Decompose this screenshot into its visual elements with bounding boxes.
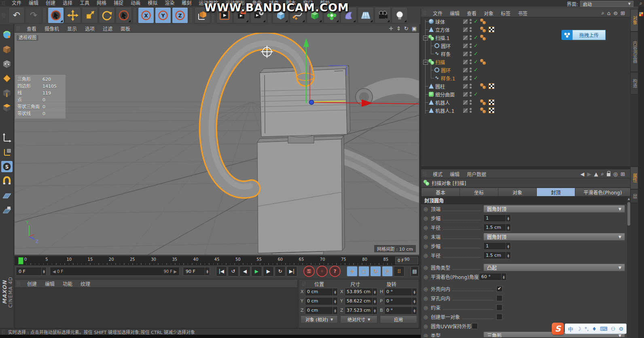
object-row-球体[interactable]: 球体✓ (421, 17, 631, 25)
key-pla-toggle[interactable]: ⠿ (394, 266, 405, 277)
menu-编辑[interactable]: 编辑 (25, 0, 42, 6)
object-row-机器人.1[interactable]: 机器人.1 (421, 106, 631, 114)
om-search-icon[interactable]: ⌕ (602, 10, 604, 16)
visibility-dots[interactable] (470, 19, 472, 24)
move-tool-button[interactable] (65, 7, 81, 23)
light-button[interactable] (392, 7, 408, 23)
track-knob-icon[interactable]: ◎ (424, 274, 431, 280)
attr-checkbox-穿孔向内[interactable] (496, 295, 502, 301)
object-axis-icon[interactable] (1, 146, 13, 158)
ime-moon-icon[interactable]: ☽ (576, 326, 581, 332)
uvw-tag-icon[interactable] (489, 27, 494, 32)
coord-value-field[interactable]: 58.622 cm▲▼ (345, 297, 377, 305)
om-menu-查看[interactable]: 查看 (463, 10, 480, 17)
material-manager-grip[interactable] (17, 281, 21, 286)
key-position-toggle[interactable]: ✛ (347, 266, 358, 277)
coord-value-field[interactable]: 0 cm▲▼ (305, 288, 338, 296)
selection-tool-button[interactable] (116, 7, 132, 23)
keyframe-selection-button[interactable]: ? (329, 266, 341, 277)
track-knob-icon[interactable]: ◎ (424, 296, 431, 301)
track-knob-icon[interactable]: ◎ (424, 286, 431, 292)
om-menu-文件[interactable]: 文件 (429, 10, 446, 17)
end-frame-field[interactable]: 90 F ▲▼ (183, 267, 210, 276)
coord-mode-select[interactable]: 绝对尺寸▼ (340, 315, 377, 323)
goto-end-button[interactable]: ▶| (286, 266, 297, 277)
layer-chip[interactable] (463, 76, 468, 80)
layer-chip[interactable] (463, 84, 468, 89)
ime-mic-icon[interactable]: ♦ (592, 326, 597, 332)
attribute-manager-grip[interactable] (423, 171, 427, 176)
tab-封顶[interactable]: 封顶 (537, 188, 575, 196)
track-knob-icon[interactable]: ◎ (424, 215, 431, 221)
lock-x-axis-button[interactable]: X (138, 7, 154, 23)
side-tab-内容浏览器[interactable]: 内容浏览器 (630, 32, 638, 72)
attr-checkbox-约束[interactable] (496, 304, 502, 311)
layer-chip[interactable] (463, 100, 468, 105)
side-tab-对象[interactable]: 对象 (630, 9, 638, 32)
coord-value-field[interactable]: 0 cm▲▼ (305, 306, 338, 315)
attr-checkbox-圆角UVW保持外形[interactable] (472, 323, 478, 329)
panel-splitter[interactable] (421, 167, 631, 170)
side-tab-层[interactable]: 层 (630, 189, 638, 203)
menu-模拟[interactable]: 模拟 (144, 0, 161, 6)
menu-网格[interactable]: 网格 (93, 0, 110, 6)
object-row-细分曲面[interactable]: 细分曲面✓ (421, 90, 631, 98)
drag-upload-overlay[interactable]: 拖拽上传 (561, 30, 606, 40)
pan-view-icon[interactable]: ✛ (389, 25, 393, 32)
layer-chip[interactable] (463, 52, 468, 56)
phong-tag-icon[interactable] (480, 35, 486, 40)
expand-toggle[interactable]: − (423, 36, 428, 40)
coord-stepper[interactable]: ▲▼ (412, 288, 417, 296)
key-rotation-toggle[interactable]: ↻ (370, 266, 381, 277)
side-tab-构造[interactable]: 构造 (630, 72, 638, 95)
tab-对象[interactable]: 对象 (498, 188, 537, 196)
uvw-tag-icon[interactable] (489, 83, 494, 89)
viewport-menu-查看[interactable]: 查看 (23, 25, 40, 32)
polygon-mode-icon[interactable] (1, 102, 13, 113)
coord-stepper[interactable]: ▲▼ (372, 307, 377, 314)
am-menu-模式[interactable]: 模式 (429, 171, 446, 177)
layer-chip[interactable] (463, 19, 468, 24)
viewport-grip[interactable] (16, 26, 20, 31)
menu-创建[interactable]: 创建 (42, 0, 59, 6)
coord-value-field[interactable]: 0 °▲▼ (384, 297, 417, 305)
viewport-solo-icon[interactable]: S (1, 161, 13, 172)
side-tab-属性[interactable]: 属性 (630, 167, 638, 189)
om-add-icon[interactable]: ⊞ (621, 10, 625, 16)
enable-axis-icon[interactable] (1, 132, 13, 143)
am-lock-icon[interactable] (607, 173, 610, 176)
visibility-dots[interactable] (470, 43, 472, 48)
track-knob-icon[interactable]: ◎ (424, 206, 431, 212)
coord-stepper[interactable]: ▲▼ (372, 288, 377, 296)
timeline-playhead[interactable] (18, 257, 23, 264)
enable-check[interactable]: ✓ (474, 51, 478, 57)
object-row-圆环[interactable]: 圆环✓ (421, 42, 631, 50)
am-forward-icon[interactable]: ▶ (587, 171, 591, 177)
object-row-扫描[interactable]: −扫描✓ (421, 58, 631, 66)
phong-tag-icon[interactable] (480, 83, 486, 89)
viewport-menu-选项[interactable]: 选项 (81, 25, 99, 32)
om-menu-书签[interactable]: 书签 (514, 10, 531, 17)
model-mode-icon[interactable] (1, 44, 13, 55)
point-mode-icon[interactable] (1, 73, 13, 84)
previous-key-button[interactable]: ↺ (228, 266, 239, 277)
layer-chip[interactable] (463, 44, 468, 48)
enable-check[interactable]: ✓ (474, 34, 478, 40)
key-scale-toggle[interactable]: ◻ (358, 266, 369, 277)
coord-stepper[interactable]: ▲▼ (372, 298, 377, 305)
uvw-tag-icon[interactable] (489, 99, 494, 105)
am-menu-用户数据[interactable]: 用户数据 (463, 171, 490, 177)
attr-spinner-步幅[interactable]: 1▲▼ (483, 214, 511, 222)
layer-chip[interactable] (463, 36, 468, 40)
visibility-dots[interactable] (470, 35, 472, 40)
current-frame-field[interactable]: 0 F ▲▼ (16, 267, 47, 276)
am-menu-编辑[interactable]: 编辑 (446, 171, 463, 177)
scrollbar-thumb[interactable] (627, 202, 630, 226)
material-menu-功能[interactable]: 功能 (59, 280, 76, 287)
am-add-icon[interactable]: ⊞ (621, 171, 625, 177)
object-row-样条[interactable]: ∿样条✓ (421, 50, 631, 58)
zoom-view-icon[interactable]: ⇕ (396, 25, 401, 32)
om-filter-icon[interactable]: ⊜ (613, 10, 618, 16)
enable-check[interactable]: ✓ (474, 18, 478, 24)
phong-tag-icon[interactable] (480, 99, 486, 105)
